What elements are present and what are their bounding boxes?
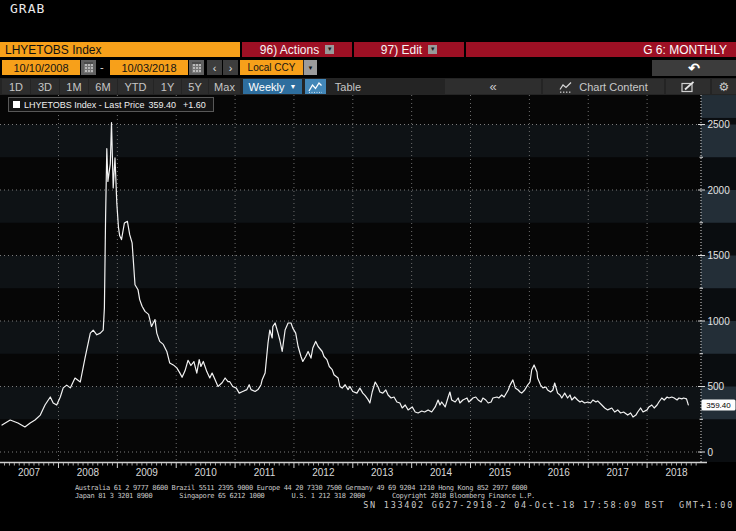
range-button-6m[interactable]: 6M	[89, 79, 117, 94]
range-button-1y[interactable]: 1Y	[154, 79, 181, 94]
ticker-label: LHYETOBS Index	[5, 43, 102, 57]
line-chart-type-button[interactable]	[305, 79, 326, 94]
y-axis-label: 2000	[708, 185, 731, 196]
period-select[interactable]: Weekly ▼	[243, 79, 302, 94]
calendar-icon	[192, 62, 201, 73]
x-axis-label: 2016	[548, 467, 571, 478]
x-axis-label: 2008	[77, 467, 100, 478]
undo-button[interactable]: ↶	[652, 60, 736, 76]
annotate-button[interactable]	[666, 79, 710, 94]
footer-contact-line-1: Australia 61 2 9777 8600 Brazil 5511 239…	[75, 484, 527, 492]
table-button[interactable]: Table	[328, 79, 368, 94]
x-axis-label: 2015	[489, 467, 512, 478]
legend-change: +1.60	[183, 100, 206, 110]
page-title-label: G 6: MONTHLY	[643, 43, 727, 57]
x-axis-label: 2011	[254, 467, 276, 478]
date-controls-row: 10/10/2008 - 10/03/2018 ‹ › Local CCY ▼ …	[0, 60, 736, 76]
chevron-down-icon: ▼	[308, 65, 314, 71]
chart-legend[interactable]: LHYETOBS Index - Last Price 359.40 +1.60	[8, 97, 214, 112]
range-button-max[interactable]: Max	[209, 79, 240, 94]
chart-content-button[interactable]: Chart Content	[543, 79, 664, 94]
plot-band	[0, 125, 701, 158]
chart-toolbar-row: 1D 3D 1M 6M YTD 1Y 5Y Max Weekly ▼ Table…	[0, 78, 736, 95]
y-axis-label: 500	[708, 381, 725, 392]
currency-select[interactable]: Local CCY	[240, 60, 303, 75]
footer-contact-line-2: Japan 81 3 3201 8900 Singapore 65 6212 1…	[75, 492, 535, 500]
y-axis-label: 2500	[708, 119, 731, 130]
x-axis-label: 2007	[18, 467, 41, 478]
calendar-icon	[84, 62, 93, 73]
range-button-1m[interactable]: 1M	[60, 79, 88, 94]
x-axis-label: 2009	[136, 467, 159, 478]
settings-button[interactable]: ⚙	[712, 79, 736, 94]
x-axis-label: 2014	[430, 467, 453, 478]
annotate-icon	[681, 81, 695, 93]
chevron-down-icon: ▼	[428, 45, 437, 54]
y-axis-label: 1500	[708, 250, 731, 261]
range-button-3d[interactable]: 3D	[31, 79, 59, 94]
collapse-icon: «	[489, 79, 496, 94]
gear-icon: ⚙	[719, 80, 730, 94]
x-axis-label: 2017	[607, 467, 630, 478]
x-axis-label: 2018	[665, 467, 688, 478]
collapse-toolbar-button[interactable]: «	[445, 79, 541, 94]
x-axis-label: 2013	[371, 467, 394, 478]
x-axis-label: 2010	[194, 467, 217, 478]
calendar-to-button[interactable]	[189, 60, 204, 75]
plot-band	[0, 321, 701, 354]
bloomberg-terminal-window: GRAB LHYETOBS Index 96) Actions ▼ 97) Ed…	[0, 0, 736, 531]
legend-label: LHYETOBS Index - Last Price	[24, 100, 144, 110]
ticker-field[interactable]: LHYETOBS Index	[0, 42, 240, 57]
sparkline-icon	[559, 81, 573, 93]
line-chart-icon	[308, 81, 323, 93]
grab-title: GRAB	[10, 1, 45, 16]
last-price-badge-label: 359.40	[706, 401, 731, 410]
period-label: Weekly	[249, 81, 285, 93]
footer-session-line: SN 133402 G627-2918-2 04-Oct-18 17:58:09…	[363, 500, 734, 510]
step-forward-button[interactable]: ›	[223, 60, 238, 75]
actions-label: 96) Actions	[260, 43, 319, 57]
range-button-ytd[interactable]: YTD	[118, 79, 153, 94]
legend-last-price: 359.40	[148, 100, 176, 110]
step-back-button[interactable]: ‹	[207, 60, 222, 75]
x-axis-label: 2012	[312, 467, 335, 478]
security-menu-bar: LHYETOBS Index 96) Actions ▼ 97) Edit ▼ …	[0, 42, 736, 57]
y-axis-label: 1000	[708, 316, 731, 327]
chart-content-label: Chart Content	[579, 81, 647, 93]
date-range-separator: -	[100, 60, 104, 75]
range-button-5y[interactable]: 5Y	[182, 79, 208, 94]
plot-band	[0, 387, 701, 420]
chevron-down-icon: ▼	[289, 83, 296, 90]
currency-dropdown-button[interactable]: ▼	[303, 60, 317, 75]
date-to-input[interactable]: 10/03/2018	[110, 60, 188, 75]
undo-icon: ↶	[688, 60, 700, 76]
date-from-input[interactable]: 10/10/2008	[2, 60, 80, 75]
series-swatch-icon	[13, 101, 20, 108]
page-title: G 6: MONTHLY	[466, 42, 736, 57]
margin-band	[701, 95, 736, 118]
calendar-from-button[interactable]	[81, 60, 96, 75]
chevron-down-icon: ▼	[325, 45, 334, 54]
actions-menu[interactable]: 96) Actions ▼	[242, 42, 352, 57]
chart-canvas[interactable]: 0500100015002000250020072008200920102011…	[0, 95, 736, 480]
edit-menu[interactable]: 97) Edit ▼	[354, 42, 464, 57]
edit-label: 97) Edit	[381, 43, 422, 57]
y-axis-label: 0	[708, 447, 714, 458]
range-button-1d[interactable]: 1D	[2, 79, 30, 94]
